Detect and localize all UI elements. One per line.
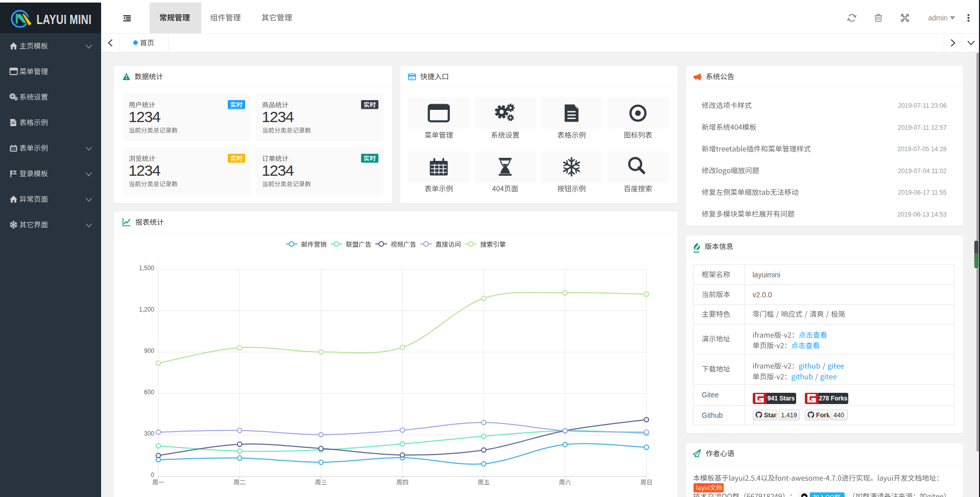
svg-text:440: 440 (833, 412, 844, 419)
svg-text:278 Forks: 278 Forks (819, 395, 847, 402)
svg-text:600: 600 (144, 389, 154, 396)
svg-text:1234: 1234 (129, 162, 160, 179)
svg-text:layuimini: layuimini (753, 271, 780, 279)
svg-text:LAYUI MINI: LAYUI MINI (37, 12, 92, 27)
svg-text:2019-07-04 11:02: 2019-07-04 11:02 (898, 168, 947, 175)
svg-text:Gitee: Gitee (702, 391, 719, 399)
svg-text:0: 0 (151, 471, 154, 479)
svg-text:v2.0.0: v2.0.0 (753, 291, 772, 299)
svg-text:Star: Star (764, 412, 776, 419)
svg-text:1234: 1234 (262, 162, 294, 179)
svg-text:Fork: Fork (816, 412, 830, 419)
svg-text:941 Stars: 941 Stars (768, 395, 795, 402)
svg-text:admin: admin (928, 14, 948, 22)
svg-text:2019-06-17 11:55: 2019-06-17 11:55 (898, 189, 947, 196)
svg-text:2019-07-11 23:06: 2019-07-11 23:06 (898, 102, 947, 109)
svg-text:2019-07-11 12:57: 2019-07-11 12:57 (898, 124, 947, 131)
svg-text:1,200: 1,200 (139, 306, 154, 313)
svg-text:1,419: 1,419 (781, 412, 797, 419)
svg-text:2019-06-13 14:53: 2019-06-13 14:53 (897, 211, 946, 218)
svg-text:1234: 1234 (262, 108, 294, 125)
svg-text:Github: Github (702, 411, 723, 419)
svg-text:1,500: 1,500 (139, 265, 154, 272)
svg-text:300: 300 (144, 430, 154, 437)
svg-text:900: 900 (144, 347, 154, 354)
svg-text:2019-07-05 14:28: 2019-07-05 14:28 (897, 146, 946, 153)
svg-text:1234: 1234 (129, 108, 160, 125)
